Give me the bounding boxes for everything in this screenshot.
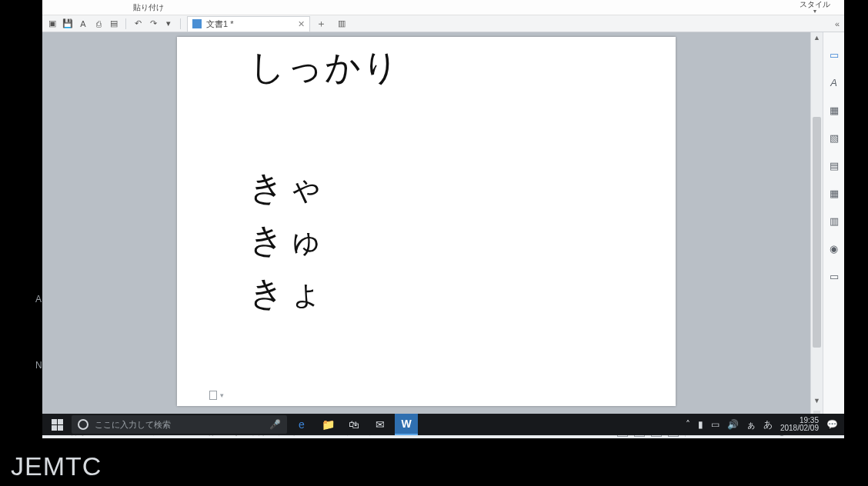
taskbar-edge[interactable]: e	[290, 414, 313, 435]
new-tab-button[interactable]: ＋	[315, 18, 327, 30]
volume-icon[interactable]: 🔊	[727, 419, 739, 430]
text-line-2: きゃ	[249, 162, 603, 215]
side-panel: « ▭ A ▦ ▧ ▤ ▦ ▥ ◉ ▭	[823, 32, 844, 424]
page-thumbnail-icon[interactable]: ▭	[827, 48, 841, 62]
scroll-down-icon[interactable]: ▼	[811, 395, 823, 406]
style-label: スタイル	[800, 1, 830, 8]
chevron-down-icon: ▾	[813, 8, 816, 15]
windows-taskbar: ここに入力して検索 🎤 e 📁 🛍 ✉ W ˄ ▮ ▭ 🔊 ぁ あ 19:35 …	[42, 414, 844, 435]
print-icon[interactable]: ⎙	[93, 18, 104, 29]
table-icon[interactable]: ▦	[827, 186, 841, 200]
ime-mode-icon[interactable]: あ	[763, 418, 773, 431]
ime-script-icon[interactable]: ぁ	[746, 418, 756, 431]
clock-date: 2018/02/09	[780, 424, 819, 433]
text-line-1: しっかり	[249, 46, 603, 88]
taskbar-mail[interactable]: ✉	[369, 414, 392, 435]
open-folder-icon[interactable]: ▣	[47, 18, 58, 29]
bg-letter-a: A	[35, 294, 42, 305]
style-dropdown[interactable]: スタイル ▾	[800, 1, 830, 15]
properties-icon[interactable]: ▭	[827, 269, 841, 283]
action-center-icon[interactable]: 💬	[826, 419, 838, 430]
microphone-icon[interactable]: 🎤	[269, 419, 281, 430]
folder-icon: 📁	[322, 418, 335, 431]
camera-icon[interactable]: ◉	[827, 241, 841, 255]
text-line-3: きゅ	[249, 215, 603, 267]
desktop: 貼り付け スタイル ▾ ▣ 💾 A ⎙ ▤ ↶ ↷ ▾	[42, 0, 844, 438]
tray-expand-icon[interactable]: ˄	[686, 419, 690, 430]
layout-icon[interactable]: ▥	[827, 214, 841, 228]
vertical-scrollbar[interactable]: ▲ ▼	[810, 32, 823, 424]
mail-icon: ✉	[376, 418, 385, 431]
document-tab[interactable]: 文書1 * ✕	[187, 16, 310, 32]
paste-button[interactable]: 貼り付け	[133, 4, 164, 12]
search-placeholder: ここに入力して検索	[95, 419, 263, 431]
workspace: しっかり きゃ きゅ きょ ▾ ▲	[42, 32, 844, 424]
taskbar-wps[interactable]: W	[395, 414, 418, 435]
edge-icon: e	[299, 418, 305, 431]
text-line-4: きょ	[249, 268, 603, 320]
store-icon: 🛍	[349, 418, 359, 431]
chevron-down-icon: ▾	[220, 391, 224, 399]
taskbar-search[interactable]: ここに入力して検索 🎤	[72, 415, 287, 434]
page[interactable]: しっかり きゃ きゅ きょ ▾	[177, 37, 676, 406]
close-tab-icon[interactable]: ✕	[298, 19, 305, 29]
taskbar-store[interactable]: 🛍	[342, 414, 366, 435]
page-icon	[209, 391, 217, 400]
redo-icon[interactable]: ↷	[148, 18, 159, 29]
network-icon[interactable]: ▮	[698, 419, 703, 430]
scroll-up-icon[interactable]: ▲	[811, 32, 823, 43]
video-watermark: JEMTC	[11, 451, 102, 481]
more-icon[interactable]: ▾	[163, 18, 174, 29]
start-button[interactable]	[45, 414, 68, 435]
ruler-icon[interactable]: ▦	[827, 103, 841, 117]
view-mode-icon[interactable]: ▥	[336, 18, 347, 29]
bg-letter-n: N	[35, 360, 42, 371]
battery-icon[interactable]: ▭	[711, 419, 719, 430]
font-icon[interactable]: A	[827, 75, 841, 89]
clipboard-icon[interactable]: ▤	[827, 158, 841, 172]
windows-logo-icon	[52, 419, 63, 431]
collapse-panel-icon[interactable]: «	[835, 19, 840, 28]
page-footer-marker: ▾	[209, 391, 224, 400]
paste-label: 貼り付け	[133, 4, 164, 12]
taskbar-explorer[interactable]: 📁	[316, 414, 339, 435]
ribbon-strip: 貼り付け スタイル ▾	[42, 0, 844, 15]
print-preview-icon[interactable]: ▤	[108, 18, 119, 29]
document-icon	[192, 19, 202, 28]
quick-access-bar: ▣ 💾 A ⎙ ▤ ↶ ↷ ▾ 文書1 * ✕ ＋ ▥	[42, 15, 844, 32]
pdf-icon[interactable]: A	[78, 18, 88, 29]
document-tab-title: 文書1 *	[206, 18, 233, 30]
document-area[interactable]: しっかり きゃ きゅ きょ ▾	[42, 32, 810, 424]
cortana-icon	[78, 419, 88, 430]
wps-icon: W	[401, 418, 411, 430]
clock[interactable]: 19:35 2018/02/09	[780, 417, 819, 433]
system-tray: ˄ ▮ ▭ 🔊 ぁ あ 19:35 2018/02/09 💬	[686, 417, 841, 433]
scroll-thumb[interactable]	[813, 117, 821, 348]
save-icon[interactable]: 💾	[62, 18, 73, 29]
word-processor-window: 貼り付け スタイル ▾ ▣ 💾 A ⎙ ▤ ↶ ↷ ▾	[42, 0, 844, 438]
undo-icon[interactable]: ↶	[132, 18, 143, 29]
grid-icon[interactable]: ▧	[827, 131, 841, 145]
